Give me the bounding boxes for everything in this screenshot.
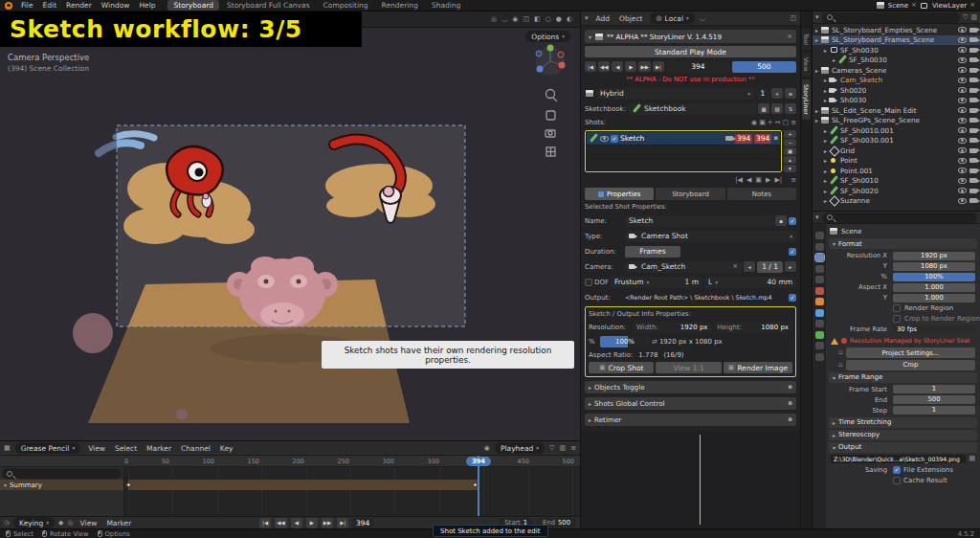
menu-item[interactable]: Add xyxy=(593,14,613,23)
outliner-row[interactable]: ▸ SF_Sh0010 xyxy=(813,176,980,187)
frame-range-panel-header[interactable]: ▾Frame Range xyxy=(829,372,977,383)
outliner-row[interactable]: ▸ Cam_Sketch xyxy=(813,76,980,86)
properties-tab-scene[interactable] xyxy=(815,276,824,283)
duration-mode-button[interactable]: Frames xyxy=(625,246,680,258)
hide-in-viewport-icon[interactable] xyxy=(958,147,967,153)
format-panel-header[interactable]: ▾Format xyxy=(829,238,977,249)
camera-dropdown[interactable]: Cam_Sketch × xyxy=(625,261,742,273)
properties-tab-constraints[interactable] xyxy=(815,342,824,349)
outliner-row[interactable]: ▸ Sh0020 xyxy=(813,85,980,96)
viewport-background-area[interactable] xyxy=(581,431,800,528)
menu-item[interactable]: Render xyxy=(63,1,95,10)
file-extensions-checkbox[interactable] xyxy=(893,466,901,474)
shot-edit-icon[interactable]: ▪ xyxy=(773,135,778,142)
snap-magnet-icon[interactable]: ◡ xyxy=(501,16,507,23)
prev-keyframe-button[interactable]: ◀◀ xyxy=(275,518,286,528)
goto-last-shot-icon[interactable]: ▶| xyxy=(774,177,782,184)
editor-menu-icon[interactable]: ≡ xyxy=(570,445,576,452)
current-frame-field[interactable]: 394 xyxy=(666,61,730,73)
camera-count-button[interactable]: 1 / 1 xyxy=(757,261,783,273)
frustum-dropdown[interactable]: Frustum▾ 1 m xyxy=(611,277,702,288)
stereoscopy-panel-header[interactable]: ▸Stereoscopy xyxy=(829,430,977,440)
clear-camera-icon[interactable]: × xyxy=(732,263,738,270)
shot-grid-icon[interactable]: ▣ xyxy=(759,120,766,126)
pin-icon[interactable]: ▪ xyxy=(788,384,792,391)
add-take-button[interactable]: + xyxy=(771,88,783,99)
filter-funnel-icon[interactable]: ▽ xyxy=(549,445,554,452)
display-mode-icon[interactable]: ▾ xyxy=(815,14,819,21)
disable-in-render-icon[interactable] xyxy=(969,68,977,73)
storyliner-panel-header[interactable]: ▾ ** ALPHA ** StoryLiner V. 1.4.519 × xyxy=(585,30,796,43)
shading-wireframe-icon[interactable]: ○ xyxy=(546,16,551,23)
remove-shot-button[interactable]: − xyxy=(784,139,796,146)
disable-in-render-icon[interactable] xyxy=(969,158,977,163)
crop-shot-button[interactable]: ▣ Crop Shot xyxy=(589,362,654,373)
disable-in-render-icon[interactable] xyxy=(969,178,977,183)
hide-in-viewport-icon[interactable] xyxy=(958,27,967,33)
expand-icon[interactable]: ▸ xyxy=(824,127,827,134)
disable-in-render-icon[interactable] xyxy=(969,98,977,102)
outliner-row[interactable]: ▸ SL_Storyboard_Empties_Scene xyxy=(813,25,980,35)
property-field[interactable]: 1.000 xyxy=(893,294,975,303)
hide-in-viewport-icon[interactable] xyxy=(958,98,967,103)
shot-list-menu-icon[interactable]: ≡ xyxy=(791,120,796,126)
summary-channel[interactable]: ▾Summary xyxy=(0,480,123,490)
playhead-frame-badge[interactable]: 394 xyxy=(466,457,491,466)
cache-result-checkbox[interactable] xyxy=(893,477,901,484)
prev-camera-button[interactable]: ◂ xyxy=(744,261,755,272)
expand-icon[interactable]: ▸ xyxy=(815,27,818,34)
menu-item[interactable]: Channel xyxy=(178,444,213,453)
jump-to-start-button[interactable]: |◀ xyxy=(259,518,271,528)
expand-icon[interactable]: ▸ xyxy=(824,77,827,83)
expand-icon[interactable]: ▸ xyxy=(833,56,835,63)
editor-type-icon[interactable]: ▦ xyxy=(4,445,11,452)
expand-icon[interactable]: ▸ xyxy=(824,168,827,174)
sketchbook-dropdown[interactable]: Sketchbook xyxy=(628,103,756,115)
next-camera-button[interactable]: ▸ xyxy=(785,261,796,272)
shot-frame-icon[interactable]: ▢ xyxy=(783,120,790,126)
take-menu-button[interactable]: ≡ xyxy=(785,88,796,99)
prev-keyframe-button[interactable]: ◀◀ xyxy=(598,61,610,72)
viewlayer-name[interactable]: ViewLayer xyxy=(932,2,967,10)
outliner-row[interactable]: ▸ SF_Sh0030 xyxy=(813,45,980,56)
play-reverse-button[interactable]: ◀ xyxy=(291,518,302,528)
filter-icon[interactable]: ▽ xyxy=(963,14,968,21)
overlays-icon[interactable]: ◫ xyxy=(523,16,529,23)
property-field[interactable]: 1.000 xyxy=(893,283,975,292)
shot-name-input[interactable]: Sketch xyxy=(625,215,773,227)
hide-in-viewport-icon[interactable] xyxy=(958,87,967,93)
duplicate-shot-button[interactable]: ▣ xyxy=(784,147,796,155)
crop-button[interactable]: Crop xyxy=(846,360,975,370)
disable-in-render-icon[interactable] xyxy=(969,108,977,113)
crop-region-checkbox[interactable] xyxy=(893,315,901,323)
outliner-row[interactable]: ▸ Point xyxy=(813,156,980,167)
eye-icon[interactable] xyxy=(600,136,609,142)
outliner-row[interactable]: ▸ SL_Edit_Scene_Main Edit xyxy=(813,105,980,116)
breadcrumb-label[interactable]: Scene xyxy=(841,228,861,235)
height-field[interactable]: Height: 1080 px xyxy=(714,322,793,333)
output-path-field[interactable]: Z:\3D\Blender\Quick...e\Sketch_00394.png xyxy=(831,455,966,463)
outliner-row[interactable]: ▸ SF_Sh0010.001 xyxy=(813,125,980,136)
disable-in-render-icon[interactable] xyxy=(969,148,977,153)
hide-in-viewport-icon[interactable] xyxy=(958,78,967,83)
property-field[interactable]: 500 xyxy=(893,395,975,404)
disable-in-render-icon[interactable] xyxy=(969,138,977,143)
timeline-editor-icon[interactable]: ◷ xyxy=(4,520,10,527)
disable-in-render-icon[interactable] xyxy=(969,168,977,173)
shots-menu-icon[interactable]: ≡ xyxy=(791,177,796,184)
shading-solid-icon[interactable]: ● xyxy=(556,16,562,23)
properties-tab-tool[interactable] xyxy=(815,232,824,239)
expand-icon[interactable]: ▸ xyxy=(815,107,818,114)
view-options-icon[interactable]: ▥ xyxy=(560,445,567,452)
current-shot-icon[interactable]: ▣ xyxy=(755,177,762,184)
expand-icon[interactable]: ▸ xyxy=(824,97,827,103)
disable-in-render-icon[interactable] xyxy=(969,198,977,203)
properties-tab-material[interactable] xyxy=(815,353,824,361)
tab-properties[interactable]: Properties xyxy=(585,188,654,200)
hide-in-viewport-icon[interactable] xyxy=(958,168,967,173)
outliner-row[interactable]: ▸ SL_Storyboard_Frames_Scene xyxy=(813,35,980,46)
grid-view-button[interactable]: ▦ xyxy=(758,103,769,114)
pin-icon[interactable]: ▪ xyxy=(788,416,792,423)
disable-in-render-icon[interactable] xyxy=(969,37,977,42)
shots-list[interactable]: Sketch 394 394 ▪ xyxy=(585,130,782,172)
